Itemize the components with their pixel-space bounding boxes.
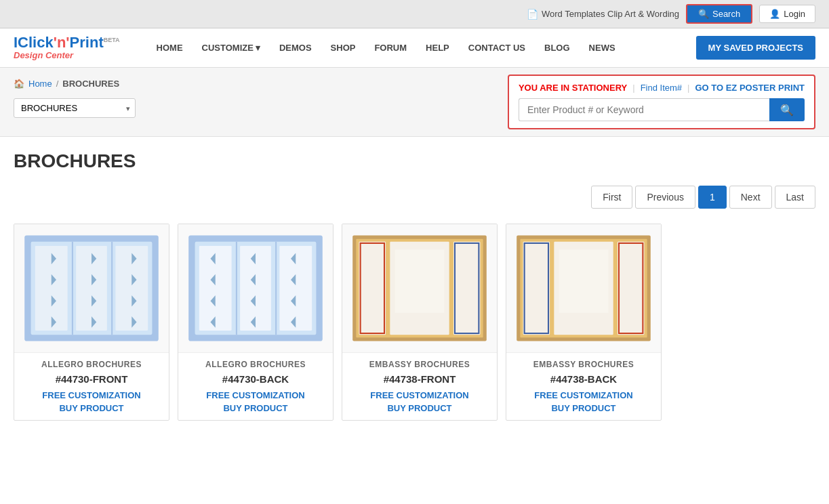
- page-title-area: BROCHURES: [0, 137, 829, 179]
- svg-rect-2: [72, 242, 73, 335]
- search-icon: 🔍: [698, 9, 709, 19]
- product-card: EMBASSY BROCHURES #44738-FRONT FREE CUST…: [342, 224, 498, 421]
- last-page-button[interactable]: Last: [775, 186, 815, 209]
- brochure-svg-allegro-front: [21, 231, 162, 345]
- nav-news[interactable]: NEWS: [580, 37, 625, 58]
- search-box-area: YOU ARE IN STATIONERY | Find Item# | GO …: [508, 75, 815, 129]
- product-name: ALLEGRO BROCHURES: [14, 353, 169, 371]
- magnify-icon: 🔍: [780, 104, 794, 116]
- svg-rect-44: [395, 249, 445, 313]
- buy-product-link[interactable]: BUY PRODUCT: [14, 402, 169, 420]
- svg-rect-21: [236, 242, 237, 335]
- buy-product-link[interactable]: BUY PRODUCT: [506, 402, 661, 420]
- my-saved-projects-button[interactable]: MY SAVED PROJECTS: [696, 36, 815, 60]
- product-image: [342, 224, 497, 353]
- nav-blog[interactable]: BLOG: [535, 37, 580, 58]
- nav-help[interactable]: HELP: [416, 37, 459, 58]
- breadcrumb: 🏠 Home / BROCHURES: [14, 75, 136, 89]
- breadcrumb-current: BROCHURES: [62, 79, 119, 89]
- first-page-button[interactable]: First: [591, 186, 632, 209]
- next-page-button[interactable]: Next: [729, 186, 772, 209]
- nav-demos[interactable]: DEMOS: [270, 37, 321, 58]
- stationery-bar: YOU ARE IN STATIONERY | Find Item# | GO …: [519, 83, 805, 93]
- main-header: IClick'n'PrintBETA Design Center HOME CU…: [0, 28, 829, 68]
- free-customization-link[interactable]: FREE CUSTOMIZATION: [506, 387, 661, 402]
- nav-shop[interactable]: SHOP: [321, 37, 365, 58]
- svg-rect-54: [618, 242, 645, 335]
- product-id: #44730-BACK: [178, 371, 333, 387]
- free-customization-link[interactable]: FREE CUSTOMIZATION: [178, 387, 333, 402]
- ez-poster-link[interactable]: GO TO EZ POSTER PRINT: [695, 83, 805, 93]
- breadcrumb-bar: 🏠 Home / BROCHURES BROCHURES ▾ YOU ARE I…: [0, 68, 829, 137]
- category-select[interactable]: BROCHURES: [14, 98, 136, 118]
- stationery-label: YOU ARE IN STATIONERY: [519, 83, 627, 93]
- doc-icon: 📄: [527, 9, 538, 20]
- search-input-row: 🔍: [519, 98, 805, 121]
- nav-forum[interactable]: FORUM: [365, 37, 416, 58]
- product-name: ALLEGRO BROCHURES: [178, 353, 333, 371]
- svg-rect-41: [360, 243, 385, 334]
- product-search-button[interactable]: 🔍: [769, 98, 805, 121]
- products-grid: ALLEGRO BROCHURES #44730-FRONT FREE CUST…: [0, 219, 829, 425]
- templates-link[interactable]: 📄 Word Templates Clip Art & Wording: [527, 9, 679, 20]
- logo-title: IClick'n'PrintBETA: [14, 35, 120, 50]
- product-card: EMBASSY BROCHURES #44738-BACK FREE CUSTO…: [506, 224, 662, 421]
- product-search-input[interactable]: [519, 98, 769, 121]
- previous-page-button[interactable]: Previous: [635, 186, 695, 209]
- user-icon: 👤: [769, 9, 780, 19]
- svg-rect-22: [275, 242, 277, 335]
- search-btn-label: Search: [712, 9, 740, 19]
- product-name: EMBASSY BROCHURES: [506, 353, 661, 371]
- top-bar: 📄 Word Templates Clip Art & Wording 🔍 Se…: [0, 0, 829, 28]
- product-image: [506, 224, 661, 353]
- chevron-down-icon: ▾: [256, 43, 260, 53]
- product-id: #44738-BACK: [506, 371, 661, 387]
- free-customization-link[interactable]: FREE CUSTOMIZATION: [14, 387, 169, 402]
- product-id: #44738-FRONT: [342, 371, 497, 387]
- svg-rect-46: [454, 243, 479, 334]
- free-customization-link[interactable]: FREE CUSTOMIZATION: [342, 387, 497, 402]
- nav-home[interactable]: HOME: [147, 37, 193, 58]
- main-nav: HOME CUSTOMIZE ▾ DEMOS SHOP FORUM HELP C…: [147, 36, 815, 60]
- buy-product-link[interactable]: BUY PRODUCT: [178, 402, 333, 420]
- product-name: EMBASSY BROCHURES: [342, 353, 497, 371]
- category-select-wrap: BROCHURES ▾: [14, 98, 136, 118]
- nav-contact[interactable]: CONTACT US: [459, 37, 535, 58]
- logo[interactable]: IClick'n'PrintBETA Design Center: [14, 35, 120, 60]
- current-page-button[interactable]: 1: [698, 186, 727, 209]
- svg-rect-3: [111, 242, 113, 335]
- login-btn-label: Login: [784, 9, 805, 19]
- product-card: ALLEGRO BROCHURES #44730-BACK FREE CUSTO…: [178, 224, 333, 421]
- find-item-link[interactable]: Find Item#: [641, 83, 682, 93]
- brochure-svg-embassy-front: [349, 231, 490, 345]
- customize-label: CUSTOMIZE: [202, 43, 254, 53]
- brochure-svg-allegro-back: [185, 231, 326, 345]
- product-image: [178, 224, 333, 353]
- login-button[interactable]: 👤 Login: [759, 5, 815, 23]
- home-icon: 🏠: [14, 79, 24, 89]
- logo-subtitle: Design Center: [14, 50, 120, 60]
- product-id: #44730-FRONT: [14, 371, 169, 387]
- page-title: BROCHURES: [14, 150, 815, 172]
- nav-customize[interactable]: CUSTOMIZE ▾: [193, 37, 270, 58]
- buy-product-link[interactable]: BUY PRODUCT: [342, 402, 497, 420]
- breadcrumb-home[interactable]: Home: [28, 79, 52, 89]
- brochure-svg-embassy-back: [513, 231, 654, 345]
- product-card: ALLEGRO BROCHURES #44730-FRONT FREE CUST…: [14, 224, 169, 421]
- svg-rect-50: [523, 242, 550, 335]
- templates-text: Word Templates Clip Art & Wording: [542, 9, 679, 19]
- top-search-button[interactable]: 🔍 Search: [686, 4, 752, 24]
- product-image: [14, 224, 169, 353]
- svg-rect-53: [559, 249, 609, 313]
- pagination-row: First Previous 1 Next Last: [0, 179, 829, 219]
